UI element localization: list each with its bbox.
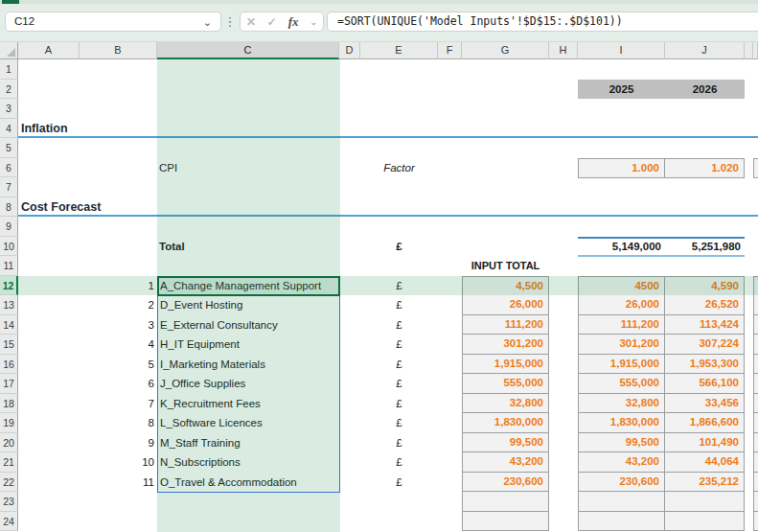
row-header-8[interactable]: 8 bbox=[0, 197, 18, 218]
cell-L6-fragment[interactable] bbox=[753, 158, 758, 178]
enter-icon[interactable]: ✓ bbox=[267, 15, 277, 29]
cell-I19-2025[interactable]: 1,830,000 bbox=[578, 413, 665, 433]
cell-C20-name[interactable]: M_Staff Training bbox=[158, 433, 338, 453]
formula-bar-kebab-icon[interactable]: ⋮ bbox=[223, 12, 237, 32]
cell-I16-2025[interactable]: 1,915,000 bbox=[578, 355, 665, 375]
row-header-9[interactable]: 9 bbox=[0, 217, 18, 237]
row-header-24[interactable]: 24 bbox=[0, 512, 18, 532]
cell-B16-num[interactable]: 5 bbox=[80, 355, 154, 375]
cell-I17-2025[interactable]: 555,000 bbox=[578, 374, 665, 394]
row-header-7[interactable]: 7 bbox=[0, 177, 18, 197]
cell-J20-2026[interactable]: 101,490 bbox=[665, 433, 745, 453]
cell-J22-2026[interactable]: 235,212 bbox=[665, 473, 745, 493]
row-header-22[interactable]: 22 bbox=[0, 473, 18, 493]
select-all-corner[interactable] bbox=[0, 42, 18, 59]
cell-E19-currency[interactable]: £ bbox=[360, 413, 438, 433]
cell-L12-fragment[interactable] bbox=[753, 276, 758, 296]
cell-B14-num[interactable]: 3 bbox=[80, 315, 154, 335]
row-header-14[interactable]: 14 bbox=[0, 315, 18, 335]
cell-C15-name[interactable]: H_IT Equipment bbox=[158, 335, 338, 355]
cell-G12-input-total[interactable]: 4,500 bbox=[462, 276, 549, 296]
row-header-17[interactable]: 17 bbox=[0, 374, 18, 394]
cell-I14-2025[interactable]: 111,200 bbox=[578, 315, 665, 335]
cell-J24-empty[interactable] bbox=[665, 512, 745, 532]
row-header-15[interactable]: 15 bbox=[0, 335, 18, 355]
column-header-x10[interactable] bbox=[745, 42, 753, 59]
column-header-G[interactable]: G bbox=[462, 42, 549, 59]
cell-C18-name[interactable]: K_Recruitment Fees bbox=[158, 394, 338, 414]
cell-C13-name[interactable]: D_Event Hosting bbox=[158, 295, 338, 315]
row-header-19[interactable]: 19 bbox=[0, 413, 18, 433]
formula-input[interactable]: =SORT(UNIQUE('Model Inputs'!$D$15:.$D$10… bbox=[327, 12, 758, 32]
cell-C17-name[interactable]: J_Office Supplies bbox=[158, 374, 338, 394]
cell-L23-fragment[interactable] bbox=[753, 492, 758, 512]
name-box[interactable]: C12 ⌄ bbox=[5, 12, 221, 32]
insert-function-icon[interactable]: fx bbox=[288, 14, 299, 30]
cell-J16-2026[interactable]: 1,953,300 bbox=[665, 355, 745, 375]
cell-J23-empty[interactable] bbox=[665, 492, 745, 512]
cell-G22-input-total[interactable]: 230,600 bbox=[462, 473, 549, 493]
cell-L17-fragment[interactable] bbox=[753, 374, 758, 394]
cell-B15-num[interactable]: 4 bbox=[80, 335, 154, 355]
cell-I20-2025[interactable]: 99,500 bbox=[578, 433, 665, 453]
cancel-icon[interactable]: ✕ bbox=[246, 15, 256, 29]
cell-B20-num[interactable]: 9 bbox=[80, 433, 154, 453]
cell-J19-2026[interactable]: 1,866,600 bbox=[665, 413, 745, 433]
cell-I2-year-2025[interactable]: 2025 bbox=[578, 80, 665, 100]
cell-J13-2026[interactable]: 26,520 bbox=[665, 295, 745, 315]
cell-L14-fragment[interactable] bbox=[753, 315, 758, 335]
column-header-H[interactable]: H bbox=[549, 42, 578, 59]
cell-C10-total-label[interactable]: Total bbox=[159, 237, 337, 257]
cell-G20-input-total[interactable]: 99,500 bbox=[462, 433, 549, 453]
cell-B22-num[interactable]: 11 bbox=[80, 473, 154, 493]
cell-I18-2025[interactable]: 32,800 bbox=[578, 394, 665, 414]
row-header-4[interactable]: 4 bbox=[0, 119, 18, 139]
cell-L13-fragment[interactable] bbox=[753, 295, 758, 315]
column-header-A[interactable]: A bbox=[18, 42, 80, 59]
cell-E18-currency[interactable]: £ bbox=[360, 394, 438, 414]
cell-C22-name[interactable]: O_Travel & Accommodation bbox=[158, 473, 338, 493]
row-header-6[interactable]: 6 bbox=[0, 158, 18, 178]
cell-E12-currency[interactable]: £ bbox=[360, 276, 438, 296]
cell-L20-fragment[interactable] bbox=[753, 433, 758, 453]
cell-L22-fragment[interactable] bbox=[753, 473, 758, 493]
cell-E14-currency[interactable]: £ bbox=[360, 315, 438, 335]
cell-E21-currency[interactable]: £ bbox=[360, 452, 438, 473]
cell-E20-currency[interactable]: £ bbox=[360, 433, 438, 453]
column-header-F[interactable]: F bbox=[438, 42, 462, 59]
cell-J17-2026[interactable]: 566,100 bbox=[665, 374, 745, 394]
row-header-20[interactable]: 20 bbox=[0, 433, 18, 453]
cell-I15-2025[interactable]: 301,200 bbox=[578, 335, 665, 355]
cell-E10-currency[interactable]: £ bbox=[360, 237, 438, 257]
row-header-13[interactable]: 13 bbox=[0, 295, 18, 315]
cell-I12-2025[interactable]: 4500 bbox=[578, 276, 665, 296]
column-header-B[interactable]: B bbox=[80, 42, 157, 59]
cell-G13-input-total[interactable]: 26,000 bbox=[462, 295, 549, 315]
row-header-10[interactable]: 10 bbox=[0, 237, 18, 257]
cell-C21-name[interactable]: N_Subscriptions bbox=[158, 452, 338, 473]
row-header-16[interactable]: 16 bbox=[0, 355, 18, 375]
cell-I6-cpi-2025[interactable]: 1.000 bbox=[578, 158, 665, 178]
cell-L15-fragment[interactable] bbox=[753, 335, 758, 355]
cell-E16-currency[interactable]: £ bbox=[360, 355, 438, 375]
cell-E22-currency[interactable]: £ bbox=[360, 473, 438, 493]
column-header-D[interactable]: D bbox=[339, 42, 360, 59]
cell-J15-2026[interactable]: 307,224 bbox=[665, 335, 745, 355]
cell-L24-fragment[interactable] bbox=[753, 512, 758, 532]
cell-E17-currency[interactable]: £ bbox=[360, 374, 438, 394]
cell-I10-total-2025[interactable]: 5,149,000 bbox=[578, 237, 665, 257]
cell-J6-cpi-2026[interactable]: 1.020 bbox=[665, 158, 745, 178]
cell-C12-name[interactable]: A_Change Management Support bbox=[158, 276, 338, 296]
cell-C19-name[interactable]: L_Software Licences bbox=[158, 413, 338, 433]
cell-J12-2026[interactable]: 4,590 bbox=[665, 276, 745, 296]
cell-E6-factor-label[interactable]: Factor bbox=[360, 158, 438, 178]
cell-J18-2026[interactable]: 33,456 bbox=[665, 394, 745, 414]
row-header-11[interactable]: 11 bbox=[0, 256, 18, 276]
cell-G11-input-total-header[interactable]: INPUT TOTAL bbox=[462, 256, 549, 276]
column-header-x11[interactable] bbox=[753, 42, 758, 59]
cell-E13-currency[interactable]: £ bbox=[360, 295, 438, 315]
cell-B21-num[interactable]: 10 bbox=[80, 452, 154, 473]
cell-I24-empty[interactable] bbox=[578, 512, 665, 532]
row-header-18[interactable]: 18 bbox=[0, 394, 18, 414]
row-header-1[interactable]: 1 bbox=[0, 59, 18, 80]
